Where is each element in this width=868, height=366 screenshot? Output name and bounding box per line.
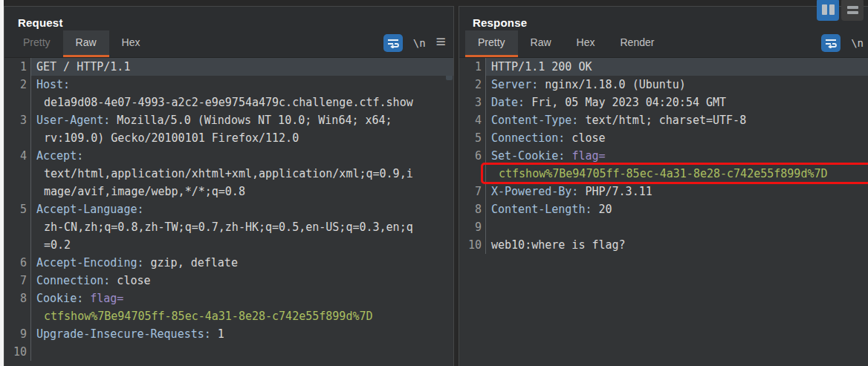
code-segment: Server:: [491, 78, 538, 91]
code-segment: close: [110, 274, 150, 287]
line-number: 7: [459, 183, 486, 200]
editor-menu-icon[interactable]: ≡: [436, 36, 446, 50]
code-line: de1a9d08-4e07-4993-a2c2-e9e9754a479c.cha…: [4, 94, 453, 111]
code-line: 8Cookie: flag=: [4, 290, 453, 307]
code-segment: 20: [592, 203, 612, 216]
code-line: 5Connection: close: [459, 129, 868, 147]
code-segment: =0.2: [44, 238, 71, 252]
response-tabbar: PrettyRawHexRender \n: [459, 30, 868, 58]
code-text: Accept-Encoding: gzip, deflate: [31, 254, 453, 272]
line-number: [459, 165, 486, 183]
columns-icon: [829, 4, 835, 15]
code-line: 3User-Agent: Mozilla/5.0 (Windows NT 10.…: [4, 111, 453, 129]
code-segment: [83, 292, 90, 305]
code-line: 9: [459, 218, 868, 236]
code-text: Date: Fri, 05 May 2023 04:20:54 GMT: [486, 94, 868, 111]
line-number: 7: [4, 272, 31, 290]
code-text: Upgrade-Insecure-Requests: 1: [31, 325, 453, 343]
tab-pretty[interactable]: Pretty: [10, 30, 63, 57]
code-line: 2Host:: [4, 76, 453, 94]
code-line: 1HTTP/1.1 200 OK: [459, 58, 868, 76]
code-text: Host:: [31, 76, 453, 94]
word-wrap-icon: [387, 38, 399, 48]
code-line: 10web10:where is flag?: [459, 236, 868, 254]
tab-hex[interactable]: Hex: [564, 30, 608, 57]
columns-icon: [822, 4, 827, 15]
code-text: [486, 218, 868, 236]
code-line: zh-CN,zh;q=0.8,zh-TW;q=0.7,zh-HK;q=0.5,e…: [4, 218, 453, 236]
code-segment: ctfshow%7Be94705ff-85ec-4a31-8e28-c742e5…: [499, 167, 828, 180]
line-number: [4, 94, 31, 111]
line-number: 6: [459, 147, 486, 165]
tab-hex[interactable]: Hex: [109, 30, 153, 57]
code-text: mage/avif,image/webp,*/*;q=0.8: [31, 183, 453, 200]
tab-raw[interactable]: Raw: [63, 30, 109, 57]
code-line: =0.2: [4, 236, 453, 254]
request-toolbar: \n ≡: [383, 34, 446, 57]
code-line: 9Upgrade-Insecure-Requests: 1: [4, 325, 453, 343]
line-number: 3: [459, 94, 486, 111]
line-number: [4, 218, 31, 236]
code-segment: X-Powered-By:: [491, 185, 578, 198]
code-segment: Date:: [491, 96, 525, 109]
code-text: HTTP/1.1 200 OK: [486, 58, 868, 76]
code-line: ctfshow%7Be94705ff-85ec-4a31-8e28-c742e5…: [459, 165, 868, 183]
line-number: 9: [459, 218, 486, 236]
code-text: Cookie: flag=: [31, 290, 453, 307]
columns-layout-button[interactable]: [817, 0, 839, 21]
code-segment: Connection:: [491, 131, 565, 145]
code-text: Connection: close: [31, 272, 453, 290]
tab-pretty[interactable]: Pretty: [465, 30, 518, 57]
code-segment: Content-Length:: [491, 203, 592, 216]
show-newlines-toggle[interactable]: \n: [851, 37, 864, 49]
code-segment: Mozilla/5.0 (Windows NT 10.0; Win64; x64…: [110, 114, 392, 127]
rows-layout-button[interactable]: [841, 0, 864, 21]
code-text: rv:109.0) Gecko/20100101 Firefox/112.0: [31, 129, 453, 147]
code-line: 2Server: nginx/1.18.0 (Ubuntu): [459, 76, 868, 94]
line-number: 10: [459, 236, 486, 254]
code-text: Accept-Language:: [31, 200, 453, 218]
code-segment: Set-Cookie:: [491, 149, 565, 163]
code-segment: close: [565, 131, 605, 145]
code-text: zh-CN,zh;q=0.8,zh-TW;q=0.7,zh-HK;q=0.5,e…: [31, 218, 453, 236]
word-wrap-toggle-button[interactable]: [383, 34, 403, 52]
line-number: 5: [459, 129, 486, 147]
line-number: [4, 236, 31, 254]
line-number: 8: [459, 200, 486, 218]
word-wrap-toggle-button[interactable]: [821, 34, 841, 52]
code-line: 6Accept-Encoding: gzip, deflate: [4, 254, 453, 272]
response-panel-title: Response: [459, 7, 868, 30]
code-segment: text/html,application/xhtml+xml,applicat…: [44, 167, 413, 180]
response-editor[interactable]: 1HTTP/1.1 200 OK2Server: nginx/1.18.0 (U…: [459, 58, 868, 366]
code-segment: zh-CN,zh;q=0.8,zh-TW;q=0.7,zh-HK;q=0.5,e…: [44, 220, 413, 234]
request-panel: Request PrettyRawHex \n ≡ 1GET / HTTP/1.…: [4, 6, 454, 366]
code-segment: ctfshow%7Be94705ff-85ec-4a31-8e28-c742e5…: [44, 310, 373, 323]
code-segment: Upgrade-Insecure-Requests:: [36, 327, 211, 341]
code-segment: rv:109.0) Gecko/20100101 Firefox/112.0: [44, 131, 299, 145]
word-wrap-icon: [825, 38, 837, 48]
tab-render[interactable]: Render: [608, 30, 667, 57]
code-line: 8Content-Length: 20: [459, 200, 868, 218]
code-text: de1a9d08-4e07-4993-a2c2-e9e9754a479c.cha…: [31, 94, 453, 111]
code-segment: Accept:: [36, 149, 83, 163]
code-line: 6Set-Cookie: flag=: [459, 147, 868, 165]
code-segment: 1: [211, 327, 224, 341]
code-text: X-Powered-By: PHP/7.3.11: [486, 183, 868, 200]
request-panel-title: Request: [4, 7, 453, 30]
show-newlines-toggle[interactable]: \n: [413, 37, 426, 49]
code-segment: Host:: [36, 78, 70, 91]
code-segment: text/html; charset=UTF-8: [578, 114, 746, 127]
response-toolbar: \n: [821, 34, 865, 57]
code-segment: web10:where is flag?: [491, 238, 626, 252]
request-editor[interactable]: 1GET / HTTP/1.12Host:de1a9d08-4e07-4993-…: [4, 58, 453, 366]
tab-raw[interactable]: Raw: [518, 30, 564, 57]
code-segment: Accept-Encoding:: [36, 256, 144, 269]
code-segment: GET / HTTP/1.1: [36, 60, 130, 73]
code-text: ctfshow%7Be94705ff-85ec-4a31-8e28-c742e5…: [486, 165, 868, 183]
line-number: 10: [4, 343, 31, 361]
code-text: web10:where is flag?: [486, 236, 868, 254]
code-text: Server: nginx/1.18.0 (Ubuntu): [486, 76, 868, 94]
code-segment: HTTP/1.1 200 OK: [491, 60, 592, 73]
line-number: 1: [459, 58, 486, 76]
editor-layout-toggle: [817, 0, 864, 21]
